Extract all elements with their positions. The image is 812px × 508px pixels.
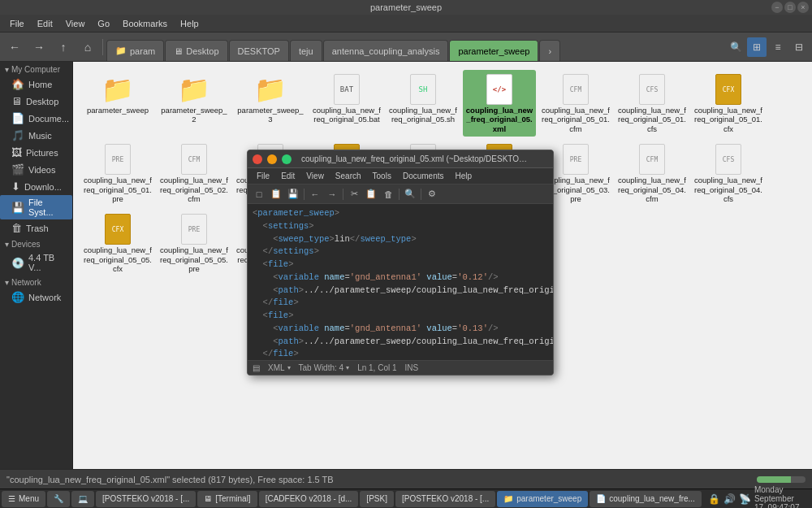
back-button[interactable]: ← [3,36,26,59]
xml-menu-edit[interactable]: Edit [275,170,300,182]
sidebar-section-devices[interactable]: ▾ Devices [0,237,72,250]
list-view-button[interactable]: ≡ [768,37,788,57]
sidebar-item-music[interactable]: 🎵 Music [0,127,72,144]
tab-more[interactable]: › [539,40,560,61]
xml-menu-view[interactable]: View [300,170,330,182]
tab-param[interactable]: 📁 param [106,40,164,61]
sidebar-item-downloads[interactable]: ⬇ Downlo... [0,178,72,195]
up-button[interactable]: ↑ [52,36,75,59]
files-icon: 💻 [78,494,88,503]
tab-desktop2[interactable]: DESKTOP [229,40,289,61]
file-parameter-sweep[interactable]: 📁 parameter_sweep [81,70,154,137]
file-pre-05[interactable]: PRE coupling_lua_new_freq_original_05_05… [158,210,231,276]
view-controls: 🔍 ⊞ ≡ ⊟ [726,37,809,57]
sidebar-item-desktop[interactable]: 🖥 Desktop [0,93,72,110]
xml-menu-search[interactable]: Search [330,170,367,182]
file-name-3: parameter_sweep_3 [235,106,305,124]
xml-minimize-button[interactable] [267,154,277,164]
tab-desktop[interactable]: 🖥 Desktop [165,40,227,61]
xml-menu-file[interactable]: File [251,170,275,182]
forward-button[interactable]: → [28,36,50,59]
tab-antenna[interactable]: antenna_coupling_analysis [323,40,449,61]
menu-go[interactable]: Go [91,17,116,30]
tab-teju[interactable]: teju [290,40,322,61]
xml-tab-width[interactable]: Tab Width: 4 ▾ [299,363,350,372]
taskbar-datetime: Monday September 17, 09:47:07 [754,485,807,508]
file-cfs-04[interactable]: CFS coupling_lua_new_freq_original_05_04… [692,140,765,206]
taskbar-menu-button[interactable]: ☰ Menu [2,491,45,507]
menu-edit[interactable]: Edit [31,17,59,30]
sidebar-item-filesystem[interactable]: 💾 File Syst... [0,195,72,219]
xml-toolbar-sep-3 [399,189,400,200]
file-cfs-01[interactable]: CFS coupling_lua_new_freq_original_05_01… [615,70,689,137]
xml-menu-documents[interactable]: Documents [397,170,450,182]
file-cfx-01[interactable]: CFX coupling_lua_new_freq_original_05_01… [692,70,765,137]
taskbar-terminal-button[interactable]: 🖥 [Terminal] [197,491,257,507]
file-pre-01[interactable]: PRE coupling_lua_new_freq_original_05_01… [81,140,154,206]
file-cfm-01[interactable]: CFM coupling_lua_new_freq_original_05_01… [539,70,612,137]
taskbar-postfeko2-button[interactable]: [POSTFEKO v2018 - [... [395,491,495,507]
sidebar-item-network[interactable]: 🌐 Network [0,289,72,306]
xml-line-2: <settings> [253,220,548,233]
taskbar-xml-button[interactable]: 📄 coupling_lua_new_fre... [590,491,702,507]
xml-close-button[interactable] [253,154,262,164]
taskbar-param-sweep-button[interactable]: 📁 parameter_sweep [497,491,588,507]
window-controls[interactable]: − □ × [771,2,809,13]
settings-icon: 🔧 [54,494,63,503]
cfx-file-icon-05: CFX [102,213,134,245]
xml-copy-button[interactable]: 📋 [363,187,379,202]
search-button[interactable]: 🔍 [726,37,745,57]
file-cfx-05[interactable]: CFX coupling_lua_new_freq_original_05_05… [81,210,154,276]
extra-view-button[interactable]: ⊟ [789,37,809,57]
sidebar-item-documents[interactable]: 📄 Docume... [0,110,72,127]
xml-menu-help[interactable]: Help [449,170,477,182]
xml-cut-button[interactable]: ✂ [346,187,362,202]
file-parameter-sweep-3[interactable]: 📁 parameter_sweep_3 [234,70,307,137]
file-bat[interactable]: BAT coupling_lua_new_freq_original_05.ba… [310,70,383,137]
file-cfm-04[interactable]: CFM coupling_lua_new_freq_original_05_04… [615,140,689,206]
xml-status-lang[interactable]: XML ▾ [268,363,291,372]
xml-open-button[interactable]: 📋 [268,187,284,202]
sidebar-item-pictures[interactable]: 🖼 Pictures [0,144,72,161]
taskbar-files-button[interactable]: 💻 [71,491,94,507]
minimize-button[interactable]: − [771,2,783,13]
xml-settings-button[interactable]: ⚙ [424,187,440,202]
grid-view-button[interactable]: ⊞ [747,37,767,57]
xml-maximize-button[interactable] [282,154,292,164]
xml-undo-button[interactable]: ← [307,187,323,202]
xml-new-button[interactable]: □ [251,187,267,202]
close-button[interactable]: × [797,2,809,13]
pre-file-icon-01: PRE [102,143,134,176]
sidebar-section-network[interactable]: ▾ Network [0,275,72,289]
file-sh[interactable]: SH coupling_lua_new_freq_original_05.sh [387,70,460,137]
xml-menu-tools[interactable]: Tools [367,170,397,182]
menu-file[interactable]: File [3,17,31,30]
xml-find-button[interactable]: 🔍 [402,187,418,202]
taskbar-psk-button[interactable]: [PSK] [360,491,394,507]
tab-parameter-sweep[interactable]: parameter_sweep [449,40,538,61]
xml-save-button[interactable]: 💾 [285,187,301,202]
taskbar-settings-button[interactable]: 🔧 [47,491,70,507]
xml-paste-button[interactable]: 🗑 [380,187,396,202]
taskbar-cadfeko-label: [CADFEKO v2018 - [d... [266,494,352,503]
taskbar-postfeko-button[interactable]: [POSTFEKO v2018 - [... [96,491,196,507]
sidebar-item-home[interactable]: 🏠 Home [0,76,72,93]
sidebar-item-music-label: Music [28,131,52,141]
sidebar-section-my-computer[interactable]: ▾ My Computer [0,62,72,76]
cfx-file-icon-01: CFX [712,73,745,106]
sidebar-item-videos[interactable]: 🎬 Videos [0,161,72,178]
home-button[interactable]: ⌂ [76,36,99,59]
menu-bookmarks[interactable]: Bookmarks [116,17,174,30]
maximize-button[interactable]: □ [784,2,796,13]
sidebar-item-trash[interactable]: 🗑 Trash [0,219,72,237]
file-cfm-02[interactable]: CFM coupling_lua_new_freq_original_05_02… [158,140,231,206]
file-xml[interactable]: </> coupling_lua_new_freq_original_05.xm… [463,70,536,137]
xml-content-area[interactable]: <parameter_sweep> <settings> <sweep_type… [248,204,553,360]
menu-view[interactable]: View [59,17,92,30]
xml-redo-button[interactable]: → [324,187,340,202]
menu-help[interactable]: Help [174,17,205,30]
sidebar-item-drive[interactable]: 💿 4.4 TB V... [0,250,72,275]
taskbar-cadfeko-button[interactable]: [CADFEKO v2018 - [d... [259,491,359,507]
tab-desktop2-label: DESKTOP [238,46,280,56]
file-parameter-sweep-2[interactable]: 📁 parameter_sweep_2 [158,70,231,137]
